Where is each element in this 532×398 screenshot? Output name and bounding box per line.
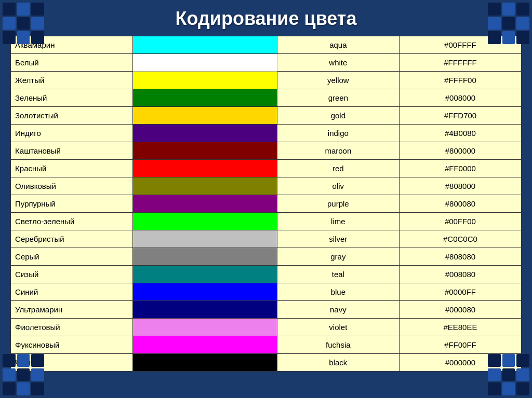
color-name-english: blue <box>277 283 399 301</box>
table-row: Белыйwhite#FFFFFF <box>11 54 522 72</box>
color-name-english: indigo <box>277 125 399 142</box>
color-name-russian: Красный <box>11 160 133 177</box>
page-title: Кодирование цвета <box>175 8 356 30</box>
color-hex-code: #FFFF00 <box>399 72 521 89</box>
color-name-english: red <box>277 160 399 177</box>
color-swatch <box>133 319 277 336</box>
color-name-russian: Светло-зеленый <box>11 213 133 230</box>
table-row: Фуксиновыйfuchsia#FF00FF <box>11 336 522 354</box>
color-name-english: yellow <box>277 72 399 89</box>
corner-decoration-top-right <box>488 3 529 44</box>
color-swatch <box>133 266 277 283</box>
color-table-container: Аквамаринaqua#00FFFFБелыйwhite#FFFFFFЖел… <box>10 36 522 372</box>
table-row: Синийblue#0000FF <box>11 283 522 301</box>
color-name-english: navy <box>277 301 399 319</box>
color-swatch <box>133 213 277 230</box>
table-row: Желтыйyellow#FFFF00 <box>11 72 522 89</box>
color-swatch <box>133 336 277 354</box>
color-name-russian: Каштановый <box>11 142 133 160</box>
table-row: Аквамаринaqua#00FFFF <box>11 36 522 54</box>
table-row: Сизыйteal#008080 <box>11 266 522 283</box>
color-name-english: teal <box>277 266 399 283</box>
color-name-english: gray <box>277 248 399 266</box>
color-name-english: green <box>277 89 399 107</box>
color-hex-code: #800000 <box>399 142 521 160</box>
color-name-english: white <box>277 54 399 72</box>
color-name-russian: Фуксиновый <box>11 336 133 354</box>
color-swatch <box>133 177 277 195</box>
color-name-english: maroon <box>277 142 399 160</box>
color-swatch <box>133 301 277 319</box>
color-name-russian: Оливковый <box>11 177 133 195</box>
color-name-english: purple <box>277 195 399 213</box>
color-hex-code: #FF00FF <box>399 336 521 354</box>
corner-decoration-bottom-left <box>3 354 44 395</box>
color-swatch <box>133 160 277 177</box>
color-swatch <box>133 54 277 72</box>
color-name-russian: Зеленый <box>11 89 133 107</box>
color-swatch <box>133 89 277 107</box>
color-hex-code: #FFFFFF <box>399 54 521 72</box>
color-name-russian: Фиолетовый <box>11 319 133 336</box>
color-swatch <box>133 354 277 372</box>
color-hex-code: #008080 <box>399 266 521 283</box>
table-row: Светло-зеленыйlime#00FF00 <box>11 213 522 230</box>
color-name-english: fuchsia <box>277 336 399 354</box>
corner-decoration-bottom-right <box>488 354 529 395</box>
color-swatch <box>133 107 277 125</box>
color-name-russian: Серебристый <box>11 230 133 248</box>
color-name-russian: Желтый <box>11 72 133 89</box>
table-row: Зеленыйgreen#008000 <box>11 89 522 107</box>
color-swatch <box>133 125 277 142</box>
color-name-english: black <box>277 354 399 372</box>
color-name-russian: Сизый <box>11 266 133 283</box>
color-name-russian: Синий <box>11 283 133 301</box>
color-swatch <box>133 142 277 160</box>
table-row: Оливковыйoliv#808000 <box>11 177 522 195</box>
color-name-russian: Пурпурный <box>11 195 133 213</box>
color-swatch <box>133 72 277 89</box>
color-name-english: oliv <box>277 177 399 195</box>
color-hex-code: #C0C0C0 <box>399 230 521 248</box>
table-row: Пурпурныйpurple#800080 <box>11 195 522 213</box>
color-swatch <box>133 36 277 54</box>
color-name-russian: Индиго <box>11 125 133 142</box>
color-hex-code: #008000 <box>399 89 521 107</box>
table-row: Каштановыйmaroon#800000 <box>11 142 522 160</box>
color-hex-code: #800080 <box>399 195 521 213</box>
color-name-english: silver <box>277 230 399 248</box>
table-row: Серыйgray#808080 <box>11 248 522 266</box>
color-hex-code: #808080 <box>399 248 521 266</box>
table-row: Черныйblack#000000 <box>11 354 522 372</box>
color-hex-code: #00FF00 <box>399 213 521 230</box>
color-table: Аквамаринaqua#00FFFFБелыйwhite#FFFFFFЖел… <box>10 36 522 372</box>
color-name-english: gold <box>277 107 399 125</box>
color-hex-code: #EE80EE <box>399 319 521 336</box>
color-name-english: violet <box>277 319 399 336</box>
color-hex-code: #0000FF <box>399 283 521 301</box>
table-row: Индигоindigo#4B0080 <box>11 125 522 142</box>
color-name-russian: Ультрамарин <box>11 301 133 319</box>
table-row: Золотистыйgold#FFD700 <box>11 107 522 125</box>
corner-decoration-top-left <box>3 3 44 44</box>
color-hex-code: #808000 <box>399 177 521 195</box>
color-swatch <box>133 283 277 301</box>
color-name-russian: Серый <box>11 248 133 266</box>
color-name-russian: Золотистый <box>11 107 133 125</box>
color-name-english: lime <box>277 213 399 230</box>
color-name-russian: Белый <box>11 54 133 72</box>
table-row: Фиолетовыйviolet#EE80EE <box>11 319 522 336</box>
color-hex-code: #000080 <box>399 301 521 319</box>
color-name-english: aqua <box>277 36 399 54</box>
color-swatch <box>133 230 277 248</box>
color-hex-code: #FF0000 <box>399 160 521 177</box>
table-row: Красныйred#FF0000 <box>11 160 522 177</box>
table-row: Серебристыйsilver#C0C0C0 <box>11 230 522 248</box>
table-row: Ультрамаринnavy#000080 <box>11 301 522 319</box>
color-hex-code: #FFD700 <box>399 107 521 125</box>
color-swatch <box>133 195 277 213</box>
color-swatch <box>133 248 277 266</box>
color-hex-code: #4B0080 <box>399 125 521 142</box>
